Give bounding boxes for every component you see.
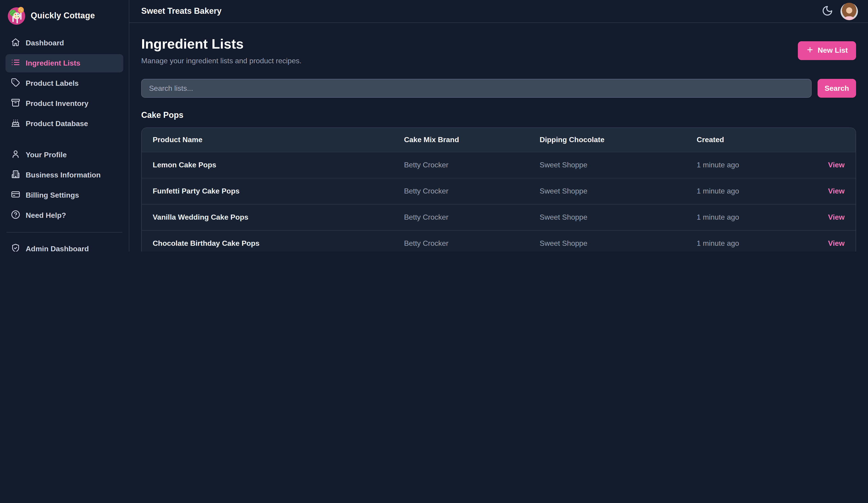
created-cell: 1 minute ago: [686, 152, 807, 178]
column-header: Created: [686, 128, 807, 152]
chocolate-cell: Sweet Shoppe: [529, 204, 686, 230]
brand-cell: Betty Crocker: [393, 152, 529, 178]
sidebar-item-billing-settings[interactable]: Billing Settings: [6, 186, 123, 205]
table-row: Funfetti Party Cake Pops Betty Crocker S…: [142, 178, 856, 204]
user-avatar[interactable]: [840, 2, 858, 20]
chocolate-cell: Sweet Shoppe: [529, 178, 686, 204]
table-row: Lemon Cake Pops Betty Crocker Sweet Shop…: [142, 152, 856, 178]
brand-cell: Betty Crocker: [393, 230, 529, 252]
tag-icon: [11, 78, 20, 89]
view-link[interactable]: View: [828, 239, 845, 247]
column-header: Product Name: [142, 128, 393, 152]
sidebar-item-label: Product Database: [26, 120, 88, 128]
page-header-text: Ingredient Lists Manage your ingredient …: [141, 36, 301, 65]
sidebar-item-product-inventory[interactable]: Product Inventory: [6, 94, 123, 113]
sidebar-item-ingredient-lists[interactable]: Ingredient Lists: [6, 54, 123, 72]
search-input[interactable]: [141, 79, 812, 97]
help-circle-icon: [11, 210, 20, 221]
sidebar-item-label: Ingredient Lists: [26, 59, 80, 68]
product-name-cell: Chocolate Birthday Cake Pops: [142, 230, 393, 252]
building-icon: [11, 170, 20, 181]
app-window: Quickly Cottage Dashboard Ingredient Lis…: [0, 0, 868, 252]
plus-icon: [806, 45, 814, 55]
sidebar-item-business-information[interactable]: Business Information: [6, 166, 123, 184]
chocolate-cell: Sweet Shoppe: [529, 152, 686, 178]
sidebar-item-product-labels[interactable]: Product Labels: [6, 74, 123, 93]
chocolate-cell: Sweet Shoppe: [529, 230, 686, 252]
product-name-cell: Vanilla Wedding Cake Pops: [142, 204, 393, 230]
new-list-button[interactable]: New List: [798, 41, 856, 60]
app-title: Quickly Cottage: [31, 11, 95, 20]
actions-column-header: [807, 128, 856, 152]
search-bar: Search: [141, 79, 856, 97]
moon-icon: [822, 5, 833, 18]
sidebar-nav: Dashboard Ingredient Lists Product Label…: [0, 30, 129, 252]
topbar-actions: [820, 2, 858, 20]
sidebar-item-label: Your Profile: [26, 151, 67, 159]
page-content: Ingredient Lists Manage your ingredient …: [129, 23, 868, 252]
theme-toggle-button[interactable]: [820, 4, 834, 18]
sidebar-item-admin-dashboard[interactable]: Admin Dashboard: [6, 240, 123, 252]
view-link[interactable]: View: [828, 213, 845, 221]
cake-pops-logo-icon: [7, 7, 26, 25]
sidebar: Quickly Cottage Dashboard Ingredient Lis…: [0, 0, 129, 252]
table-row: Chocolate Birthday Cake Pops Betty Crock…: [142, 230, 856, 252]
brand: Quickly Cottage: [0, 0, 129, 30]
sidebar-item-label: Admin Dashboard: [26, 245, 89, 252]
cake-icon: [11, 118, 20, 129]
section-title: Cake Pops: [141, 111, 856, 120]
product-name-cell: Lemon Cake Pops: [142, 152, 393, 178]
created-cell: 1 minute ago: [686, 230, 807, 252]
topbar: Sweet Treats Bakery: [129, 0, 868, 23]
sidebar-item-label: Product Inventory: [26, 100, 89, 108]
table-row: Vanilla Wedding Cake Pops Betty Crocker …: [142, 204, 856, 230]
sidebar-item-your-profile[interactable]: Your Profile: [6, 146, 123, 164]
product-name-cell: Funfetti Party Cake Pops: [142, 178, 393, 204]
business-name: Sweet Treats Bakery: [141, 7, 221, 16]
page-title: Ingredient Lists: [141, 36, 301, 52]
list-icon: [11, 58, 20, 69]
sidebar-item-product-database[interactable]: Product Database: [6, 115, 123, 133]
view-link[interactable]: View: [828, 161, 845, 169]
home-icon: [11, 38, 20, 49]
user-icon: [11, 150, 20, 161]
column-header: Dipping Chocolate: [529, 128, 686, 152]
sidebar-item-need-help[interactable]: Need Help?: [6, 206, 123, 225]
sidebar-item-dashboard[interactable]: Dashboard: [6, 34, 123, 52]
archive-icon: [11, 98, 20, 109]
table-header-row: Product Name Cake Mix Brand Dipping Choc…: [142, 128, 856, 152]
main-area: Sweet Treats Bakery Ingredient Lists Man…: [129, 0, 868, 252]
search-button[interactable]: Search: [818, 79, 856, 97]
view-link[interactable]: View: [828, 187, 845, 195]
sidebar-divider: [7, 232, 122, 233]
sidebar-item-label: Billing Settings: [26, 191, 79, 199]
section-cake-pops: Cake Pops Product Name Cake Mix Brand Di…: [141, 111, 856, 252]
created-cell: 1 minute ago: [686, 178, 807, 204]
sidebar-secondary-group: Your Profile Business Information Billin…: [6, 146, 123, 225]
brand-cell: Betty Crocker: [393, 204, 529, 230]
credit-card-icon: [11, 190, 20, 201]
brand-cell: Betty Crocker: [393, 178, 529, 204]
table-card: Product Name Cake Mix Brand Dipping Choc…: [141, 127, 856, 252]
sidebar-item-label: Dashboard: [26, 39, 64, 47]
shield-check-icon: [11, 244, 20, 252]
sidebar-item-label: Need Help?: [26, 212, 66, 220]
new-list-button-label: New List: [818, 46, 848, 54]
column-header: Cake Mix Brand: [393, 128, 529, 152]
sidebar-item-label: Business Information: [26, 171, 101, 179]
page-header: Ingredient Lists Manage your ingredient …: [141, 36, 856, 65]
page-subtitle: Manage your ingredient lists and product…: [141, 57, 301, 65]
created-cell: 1 minute ago: [686, 204, 807, 230]
cake-pops-table: Product Name Cake Mix Brand Dipping Choc…: [142, 128, 856, 252]
sidebar-item-label: Product Labels: [26, 79, 79, 88]
